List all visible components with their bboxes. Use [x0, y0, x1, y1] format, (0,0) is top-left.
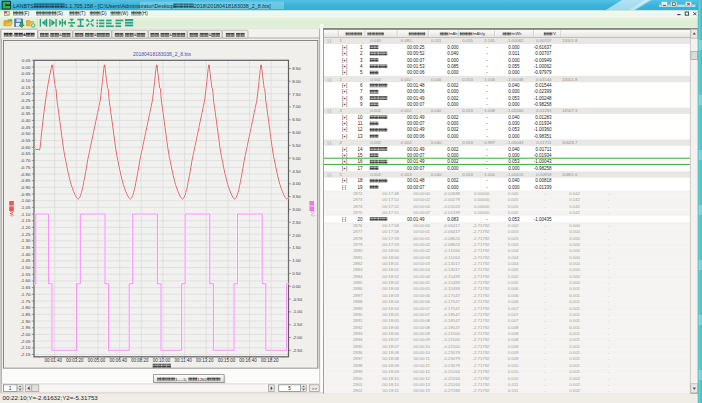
svg-text:10628.7: 10628.7 [562, 140, 578, 145]
svg-text:/mAh/g: /mAh/g [472, 31, 485, 36]
svg-text:0.000: 0.000 [447, 45, 459, 50]
svg-text:-2.71792: -2.71792 [473, 376, 491, 381]
svg-text:0.000: 0.000 [447, 70, 459, 75]
svg-text:00:11:40: 00:11:40 [175, 358, 193, 363]
svg-text:00:00:13: 00:00:13 [413, 382, 430, 387]
svg-text:2892: 2892 [353, 325, 363, 330]
svg-text:8.00: 8.00 [292, 79, 301, 84]
svg-text:0.000: 0.000 [508, 121, 520, 126]
svg-text:-2.71792: -2.71792 [473, 306, 491, 311]
svg-text:5.50: 5.50 [292, 143, 301, 148]
svg-text:(W): (W) [121, 11, 129, 16]
svg-text:00:18:04: 00:18:04 [382, 299, 399, 304]
svg-text:00:16:40: 00:16:40 [239, 358, 257, 363]
svg-text:(V): (V) [310, 210, 315, 216]
svg-text:&: & [59, 32, 62, 37]
svg-text:0.007: 0.007 [508, 318, 519, 323]
svg-text:00:18:00: 00:18:00 [382, 255, 399, 260]
svg-text:0.083: 0.083 [447, 217, 459, 222]
svg-text:0.040: 0.040 [431, 172, 442, 177]
svg-text:0.000: 0.000 [508, 45, 520, 50]
svg-text:-0.20: -0.20 [20, 91, 31, 96]
svg-text:14507.3: 14507.3 [562, 108, 578, 113]
svg-text:0.002: 0.002 [447, 178, 459, 183]
svg-text:18: 18 [357, 178, 363, 183]
svg-text:00:00:06: 00:00:06 [413, 293, 430, 298]
svg-text:[-]: [-] [342, 185, 346, 190]
svg-text:17: 17 [357, 166, 363, 171]
svg-text:-1.95: -1.95 [20, 325, 31, 330]
svg-text:0.000: 0.000 [447, 166, 459, 171]
svg-text:0.002: 0.002 [447, 159, 459, 164]
svg-text:(A): (A) [9, 210, 14, 216]
svg-text:0.002: 0.002 [447, 147, 459, 152]
svg-text:-0.25164: -0.25164 [443, 376, 461, 381]
svg-text:-0.06417: -0.06417 [443, 223, 461, 228]
svg-text:-1.50: -1.50 [20, 265, 31, 270]
svg-text:00:17:59: 00:17:59 [382, 236, 399, 241]
svg-text:00:18:11: 00:18:11 [383, 388, 400, 393]
svg-text:[+]: [+] [342, 102, 347, 107]
svg-text:0.002: 0.002 [569, 382, 580, 387]
svg-text:00:18:07: 00:18:07 [382, 337, 399, 342]
svg-text:0.002: 0.002 [447, 115, 459, 120]
svg-text:0.085: 0.085 [447, 64, 459, 69]
svg-text:&: & [94, 32, 97, 37]
svg-text:00:00:01: 00:00:01 [413, 236, 430, 241]
svg-text:00:00:01: 00:00:01 [413, 229, 430, 234]
svg-text:-0.18547: -0.18547 [443, 312, 461, 317]
svg-text:0.000: 0.000 [447, 121, 459, 126]
svg-text:-1.65: -1.65 [20, 285, 31, 290]
svg-text:0.002: 0.002 [401, 108, 412, 113]
svg-text:8.50: 8.50 [292, 66, 301, 71]
svg-text:-0.01339: -0.01339 [443, 210, 461, 215]
svg-text:[+]: [+] [342, 127, 347, 132]
svg-text:16: 16 [357, 159, 363, 164]
svg-text:00:00:06: 00:00:06 [407, 89, 425, 94]
svg-text:00:00:12: 00:00:12 [413, 369, 430, 374]
svg-text:0.000: 0.000 [569, 242, 580, 247]
svg-text:0.001: 0.001 [569, 306, 580, 311]
svg-text:0.040: 0.040 [431, 140, 442, 145]
svg-text:-0.21500: -0.21500 [443, 331, 461, 336]
svg-text:10: 10 [357, 115, 363, 120]
svg-text:-0.98351: -0.98351 [534, 134, 552, 139]
svg-text:00:01:49: 00:01:49 [407, 159, 425, 164]
svg-text:-1.90: -1.90 [20, 319, 31, 324]
svg-text:0.002: 0.002 [370, 108, 381, 113]
svg-text:0.008: 0.008 [508, 325, 519, 330]
svg-text:0.000: 0.000 [508, 89, 520, 94]
svg-text:0.01283: 0.01283 [535, 115, 552, 120]
svg-text:[-]: [-] [328, 108, 332, 113]
svg-text:-2.71792: -2.71792 [473, 344, 491, 349]
svg-text:0.005: 0.005 [508, 210, 519, 215]
svg-text:-1.50: -1.50 [292, 322, 303, 327]
svg-text:2887: 2887 [353, 293, 363, 298]
svg-text:0.010: 0.010 [508, 363, 519, 368]
svg-text:00:18:09: 00:18:09 [382, 363, 399, 368]
svg-text:00:03:20: 00:03:20 [66, 358, 84, 363]
svg-text:0.000: 0.000 [508, 134, 520, 139]
svg-text:-0.25: -0.25 [20, 98, 31, 103]
svg-text:00:18:04: 00:18:04 [382, 306, 399, 311]
svg-text:-0.95: -0.95 [20, 192, 31, 197]
svg-text:0.011: 0.011 [431, 38, 442, 43]
svg-text:-2.00: -2.00 [292, 335, 303, 340]
svg-text:2894: 2894 [353, 337, 363, 342]
svg-text:0.006: 0.006 [508, 299, 519, 304]
svg-text:0.003: 0.003 [508, 229, 519, 234]
svg-text:-1.85: -1.85 [20, 312, 31, 317]
svg-text:-2.71792: -2.71792 [473, 299, 491, 304]
svg-text:[+]: [+] [342, 153, 347, 158]
svg-text:0.00818: 0.00818 [536, 172, 552, 177]
svg-text:0.001: 0.001 [569, 318, 580, 323]
svg-text:00:00:09: 00:00:09 [413, 337, 430, 342]
svg-text:-1.55: -1.55 [20, 272, 31, 277]
svg-text:[-]: [-] [328, 140, 332, 145]
svg-text:2900: 2900 [353, 376, 363, 381]
svg-text:00:00:07: 00:00:07 [407, 102, 425, 107]
svg-text:00:18:00: 00:18:00 [382, 248, 399, 253]
svg-text:2895: 2895 [353, 344, 363, 349]
svg-text:-0.18547: -0.18547 [443, 325, 461, 330]
svg-text:-2.50: -2.50 [292, 348, 303, 353]
